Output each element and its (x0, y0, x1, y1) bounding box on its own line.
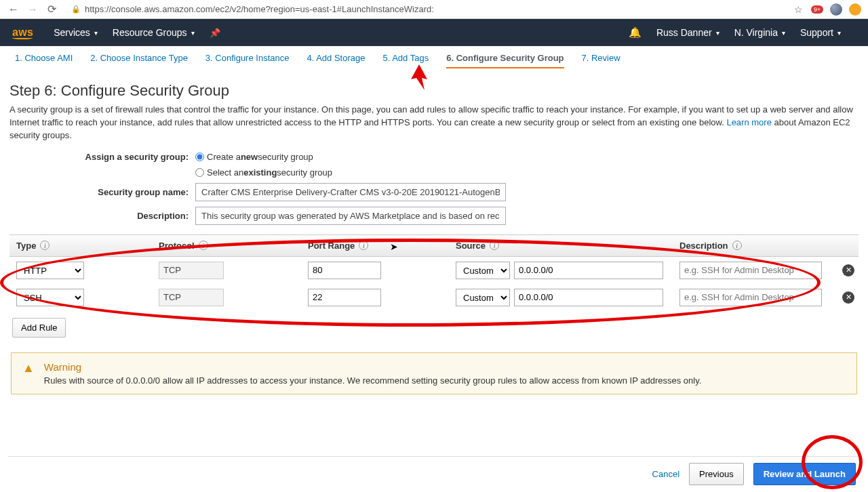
wizard-steps: 1. Choose AMI 2. Choose Instance Type 3.… (0, 46, 868, 71)
rule-port-input[interactable] (308, 262, 381, 279)
nav-support[interactable]: Support▾ (800, 27, 841, 38)
step-add-storage[interactable]: 4. Add Storage (307, 53, 365, 68)
table-row: HTTP Custom ✕ (9, 257, 859, 284)
address-bar[interactable]: 🔒 https://console.aws.amazon.com/ec2/v2/… (64, 3, 787, 15)
step-configure-security-group[interactable]: 6. Configure Security Group (446, 53, 564, 68)
sg-name-label: Security group name: (9, 187, 195, 197)
warning-text: Rules with source of 0.0.0.0/0 allow all… (44, 375, 701, 386)
footer-actions: Cancel Previous Review and Launch (652, 463, 856, 485)
info-icon[interactable]: i (359, 241, 368, 250)
nav-region[interactable]: N. Virginia▾ (734, 27, 785, 38)
radio-create-new-sg[interactable]: Create a new security group (195, 152, 313, 162)
add-rule-button[interactable]: Add Rule (12, 318, 66, 337)
col-description: Descriptioni (673, 235, 835, 256)
rule-type-select[interactable]: SSH (16, 289, 84, 306)
sg-desc-label: Description: (9, 211, 195, 221)
extension-badge[interactable]: 9+ (811, 3, 823, 16)
rule-port-input[interactable] (308, 289, 381, 306)
remove-rule-icon[interactable]: ✕ (842, 291, 854, 304)
page-description: A security group is a set of firewall ru… (9, 104, 859, 142)
table-row: SSH Custom ✕ (9, 284, 859, 311)
aws-top-nav: aws Services▾ Resource Groups▾ 📌 🔔 Russ … (0, 19, 868, 46)
aws-logo[interactable]: aws (12, 26, 33, 39)
page-title: Step 6: Configure Security Group (9, 82, 859, 100)
footer-divider (8, 456, 860, 457)
extension-icon[interactable] (849, 3, 861, 16)
info-icon[interactable]: i (732, 241, 742, 250)
nav-user[interactable]: Russ Danner▾ (656, 27, 719, 38)
browser-toolbar: ← → ⟳ 🔒 https://console.aws.amazon.com/e… (0, 0, 868, 19)
forward-button[interactable]: → (26, 3, 39, 16)
radio-create-new-input[interactable] (195, 152, 204, 161)
assign-sg-label: Assign a security group: (9, 152, 195, 162)
cancel-link[interactable]: Cancel (652, 469, 679, 479)
sg-name-input[interactable] (195, 183, 506, 201)
sg-desc-input[interactable] (195, 207, 506, 225)
rule-source-mode-select[interactable]: Custom (456, 262, 510, 279)
step-configure-instance[interactable]: 3. Configure Instance (205, 53, 290, 68)
remove-rule-icon[interactable]: ✕ (842, 264, 854, 276)
lock-icon: 🔒 (71, 5, 81, 14)
nav-services[interactable]: Services▾ (54, 27, 98, 38)
rule-source-cidr-input[interactable] (514, 289, 663, 306)
warning-triangle-icon: ▲ (22, 361, 35, 386)
nav-resource-groups[interactable]: Resource Groups▾ (113, 27, 195, 38)
warning-title: Warning (44, 361, 701, 373)
info-icon[interactable]: i (40, 241, 50, 250)
warning-box: ▲ Warning Rules with source of 0.0.0.0/0… (11, 352, 857, 394)
security-rules-table: Typei Protocoli Port Rangei Sourcei Desc… (9, 234, 859, 337)
rule-source-mode-select[interactable]: Custom (456, 289, 510, 306)
col-source: Sourcei (449, 235, 673, 256)
bookmark-star-icon[interactable]: ☆ (792, 3, 804, 16)
reload-button[interactable]: ⟳ (45, 3, 58, 16)
rule-protocol (159, 262, 224, 279)
radio-select-existing-sg[interactable]: Select an existing security group (195, 167, 332, 178)
col-type: Typei (9, 235, 152, 256)
rule-type-select[interactable]: HTTP (16, 262, 84, 279)
step-choose-instance-type[interactable]: 2. Choose Instance Type (90, 53, 188, 68)
info-icon[interactable]: i (199, 241, 208, 250)
back-button[interactable]: ← (7, 3, 20, 16)
col-protocol: Protocoli (152, 235, 301, 256)
review-and-launch-button[interactable]: Review and Launch (753, 463, 856, 485)
step-review[interactable]: 7. Review (582, 53, 620, 68)
rule-description-input[interactable] (679, 262, 822, 279)
rule-source-cidr-input[interactable] (514, 262, 663, 279)
info-icon[interactable]: i (490, 241, 499, 250)
learn-more-link[interactable]: Learn more (726, 117, 771, 127)
rule-description-input[interactable] (679, 289, 822, 306)
radio-select-existing-input[interactable] (195, 168, 204, 177)
url-text: https://console.aws.amazon.com/ec2/v2/ho… (85, 4, 434, 14)
step-add-tags[interactable]: 5. Add Tags (382, 53, 429, 68)
previous-button[interactable]: Previous (689, 463, 744, 485)
profile-avatar-icon[interactable] (830, 3, 842, 16)
col-port-range: Port Rangei (301, 235, 449, 256)
rule-protocol (159, 289, 224, 306)
notifications-bell-icon[interactable]: 🔔 (629, 26, 642, 39)
main-content: Step 6: Configure Security Group A secur… (0, 71, 868, 394)
step-choose-ami[interactable]: 1. Choose AMI (15, 53, 73, 68)
nav-pin-icon[interactable]: 📌 (210, 28, 220, 38)
